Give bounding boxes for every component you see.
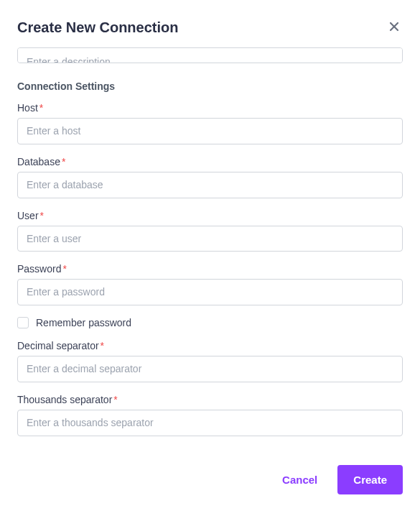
host-label: Host* — [17, 102, 403, 114]
create-connection-modal: Create New Connection Connection Setting… — [0, 0, 420, 511]
database-field: Database* — [17, 156, 403, 198]
required-asterisk: * — [101, 340, 104, 351]
description-input[interactable] — [17, 47, 403, 63]
required-asterisk: * — [62, 263, 66, 275]
thousands-separator-field: Thousands separator* — [17, 394, 403, 436]
close-button[interactable] — [386, 17, 403, 37]
required-asterisk: * — [39, 102, 43, 114]
user-label: User* — [17, 210, 403, 221]
database-input[interactable] — [17, 172, 403, 198]
modal-title: Create New Connection — [17, 19, 178, 36]
user-field: User* — [17, 210, 403, 252]
section-title: Connection Settings — [17, 80, 403, 92]
create-button[interactable]: Create — [337, 465, 403, 494]
modal-header: Create New Connection — [17, 17, 403, 37]
modal-footer: Cancel Create — [17, 448, 403, 494]
required-asterisk: * — [113, 394, 117, 405]
required-asterisk: * — [62, 156, 65, 167]
decimal-separator-label: Decimal separator* — [17, 340, 403, 351]
required-asterisk: * — [40, 210, 44, 221]
host-input[interactable] — [17, 118, 403, 144]
host-field: Host* — [17, 102, 403, 144]
close-icon — [388, 19, 400, 35]
password-label: Password* — [17, 263, 403, 275]
user-input[interactable] — [17, 226, 403, 252]
decimal-separator-input[interactable] — [17, 356, 403, 382]
database-label: Database* — [17, 156, 403, 167]
decimal-separator-field: Decimal separator* — [17, 340, 403, 382]
password-input[interactable] — [17, 279, 403, 305]
remember-password-label: Remember password — [36, 317, 131, 328]
remember-password-row: Remember password — [17, 317, 403, 328]
cancel-button[interactable]: Cancel — [276, 466, 323, 493]
thousands-separator-input[interactable] — [17, 410, 403, 436]
connection-settings-section: Connection Settings Host* Database* User… — [17, 80, 403, 448]
password-field: Password* — [17, 263, 403, 305]
remember-password-checkbox[interactable] — [17, 317, 29, 328]
thousands-separator-label: Thousands separator* — [17, 394, 403, 405]
